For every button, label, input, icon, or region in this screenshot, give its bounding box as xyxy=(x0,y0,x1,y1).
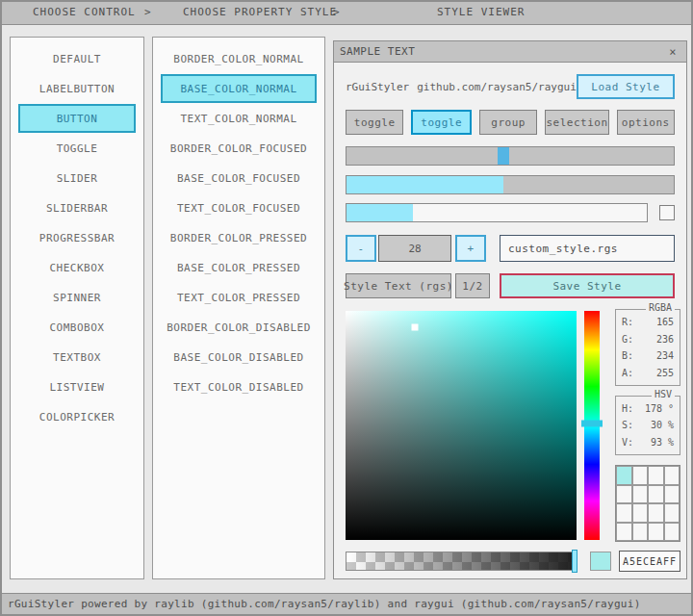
hsv-row-v: V: 93 % xyxy=(616,437,680,448)
sample-sliderbar[interactable] xyxy=(346,203,648,222)
chevron-right-icon: > xyxy=(333,2,341,23)
property-item-border-focused[interactable]: BORDER_COLOR_FOCUSED xyxy=(161,134,317,163)
breadcrumb-bar: CHOOSE CONTROL > CHOOSE PROPERTY STYLE >… xyxy=(2,2,691,25)
rgba-value-b: 234 xyxy=(656,350,674,361)
property-item-border-disabled[interactable]: BORDER_COLOR_DISABLED xyxy=(161,313,317,342)
property-item-text-pressed[interactable]: TEXT_COLOR_PRESSED xyxy=(161,283,317,312)
swatch-cell[interactable] xyxy=(664,466,680,485)
current-color-chip xyxy=(590,552,611,571)
color-picker-panel[interactable] xyxy=(346,311,577,540)
rguistyler-app: CHOOSE CONTROL > CHOOSE PROPERTY STYLE >… xyxy=(0,0,693,616)
hue-slider-handle[interactable] xyxy=(581,420,603,426)
swatch-cell[interactable] xyxy=(664,503,680,523)
rgba-value-a: 255 xyxy=(656,368,674,378)
control-item-toggle[interactable]: TOGGLE xyxy=(18,134,136,163)
property-item-text-normal[interactable]: TEXT_COLOR_NORMAL xyxy=(161,104,317,133)
property-item-text-focused[interactable]: TEXT_COLOR_FOCUSED xyxy=(161,193,317,222)
hsv-value-v: 93 % xyxy=(651,437,674,448)
hsv-value-h: 178 ° xyxy=(645,403,674,414)
app-label: rGuiStyler xyxy=(346,81,409,93)
control-item-colorpicker[interactable]: COLORPICKER xyxy=(18,402,136,431)
breadcrumb-choose-property-style: CHOOSE PROPERTY STYLE xyxy=(183,2,337,23)
progressbar-fill xyxy=(346,176,503,193)
toggle-button-4[interactable]: options xyxy=(617,110,675,135)
slider-handle[interactable] xyxy=(498,147,509,165)
hsv-groupbox: HSV H: 178 ° S: 30 % V: 93 % xyxy=(615,396,680,455)
control-item-spinner[interactable]: SPINNER xyxy=(18,283,136,312)
swatch-cell[interactable] xyxy=(664,523,680,542)
control-item-default[interactable]: DEFAULT xyxy=(18,44,136,73)
control-item-labelbutton[interactable]: LABELBUTTON xyxy=(18,74,136,103)
rgba-row-b: B: 234 xyxy=(616,350,680,361)
rgba-label-g: G: xyxy=(622,334,633,345)
control-item-sliderbar[interactable]: SLIDERBAR xyxy=(18,193,136,222)
rgba-row-r: R: 165 xyxy=(616,317,680,327)
swatch-cell[interactable] xyxy=(616,485,632,504)
property-item-base-focused[interactable]: BASE_COLOR_FOCUSED xyxy=(161,164,317,192)
property-item-base-disabled[interactable]: BASE_COLOR_DISABLED xyxy=(161,343,317,372)
hsv-value-s: 30 % xyxy=(651,420,674,430)
sample-checkbox[interactable] xyxy=(659,205,675,220)
swatch-cell[interactable] xyxy=(632,485,649,504)
control-item-progressbar[interactable]: PROGRESSBAR xyxy=(18,223,136,252)
filename-input[interactable] xyxy=(500,235,675,262)
property-item-border-normal[interactable]: BORDER_COLOR_NORMAL xyxy=(161,44,317,73)
toggle-button-2[interactable]: group xyxy=(479,110,537,135)
window-titlebar[interactable]: SAMPLE TEXT × xyxy=(334,41,686,63)
swatch-cell[interactable] xyxy=(632,503,649,523)
swatch-cell[interactable] xyxy=(616,523,632,542)
window-title: SAMPLE TEXT xyxy=(340,45,415,58)
control-item-combobox[interactable]: COMBOBOX xyxy=(18,313,136,342)
swatch-cell[interactable] xyxy=(648,466,664,485)
load-style-button[interactable]: Load Style xyxy=(577,74,675,99)
sample-slider[interactable] xyxy=(346,146,675,166)
repo-link[interactable]: github.com/raysan5/raygui xyxy=(417,81,577,93)
spinner-increment-button[interactable]: + xyxy=(455,235,486,262)
alpha-gradient xyxy=(346,552,572,570)
status-text: rGuiStyler powered by raylib (github.com… xyxy=(8,598,641,610)
control-item-button[interactable]: BUTTON xyxy=(18,104,136,133)
property-item-base-normal[interactable]: BASE_COLOR_NORMAL xyxy=(161,74,317,103)
sample-label-row: rGuiStyler github.com/raysan5/raygui Loa… xyxy=(346,74,675,99)
toggle-button-3[interactable]: selection xyxy=(545,110,608,135)
control-item-listview[interactable]: LISTVIEW xyxy=(18,372,136,401)
property-item-base-pressed[interactable]: BASE_COLOR_PRESSED xyxy=(161,253,317,282)
swatch-cell[interactable] xyxy=(664,485,680,504)
swatch-cell[interactable] xyxy=(632,466,649,485)
hsv-title: HSV xyxy=(652,389,675,399)
save-style-button[interactable]: Save Style xyxy=(500,273,675,298)
hsv-row-h: H: 178 ° xyxy=(616,403,680,414)
property-item-text-disabled[interactable]: TEXT_COLOR_DISABLED xyxy=(161,372,317,401)
control-item-slider[interactable]: SLIDER xyxy=(18,164,136,192)
save-row: Style Text (rgs) 1/2 Save Style xyxy=(346,273,675,298)
swatch-cell[interactable] xyxy=(648,503,664,523)
color-picker-cursor[interactable] xyxy=(412,323,419,330)
properties-list-panel: BORDER_COLOR_NORMAL BASE_COLOR_NORMAL TE… xyxy=(152,37,325,579)
toggle-group: toggle toggle group selection options xyxy=(346,110,675,135)
close-icon[interactable]: × xyxy=(665,44,680,60)
hsv-label-h: H: xyxy=(622,403,633,414)
style-text-button[interactable]: Style Text (rgs) xyxy=(346,273,451,298)
swatch-cell[interactable] xyxy=(632,523,649,542)
swatch-cell[interactable] xyxy=(648,523,664,542)
sample-progressbar xyxy=(346,175,675,194)
property-item-border-pressed[interactable]: BORDER_COLOR_PRESSED xyxy=(161,223,317,252)
breadcrumb-style-viewer: STYLE VIEWER xyxy=(437,2,525,23)
swatch-cell[interactable] xyxy=(648,485,664,504)
alpha-slider[interactable] xyxy=(346,552,573,571)
swatch-cell-selected[interactable] xyxy=(616,466,632,485)
hue-slider[interactable] xyxy=(584,311,600,540)
spinner-decrement-button[interactable]: - xyxy=(346,235,376,262)
swatch-cell[interactable] xyxy=(616,503,632,523)
controls-list-panel: DEFAULT LABELBUTTON BUTTON TOGGLE SLIDER… xyxy=(10,37,144,579)
chevron-right-icon: > xyxy=(144,2,152,23)
rgba-label-a: A: xyxy=(622,368,633,378)
hsv-label-s: S: xyxy=(622,420,633,430)
control-item-textbox[interactable]: TEXTBOX xyxy=(18,343,136,372)
toggle-button-1[interactable]: toggle xyxy=(411,110,471,135)
rgba-label-b: B: xyxy=(622,350,633,361)
alpha-slider-handle[interactable] xyxy=(572,550,578,573)
page-indicator-button[interactable]: 1/2 xyxy=(455,273,490,298)
control-item-checkbox[interactable]: CHECKBOX xyxy=(18,253,136,282)
toggle-button-0[interactable]: toggle xyxy=(346,110,403,135)
